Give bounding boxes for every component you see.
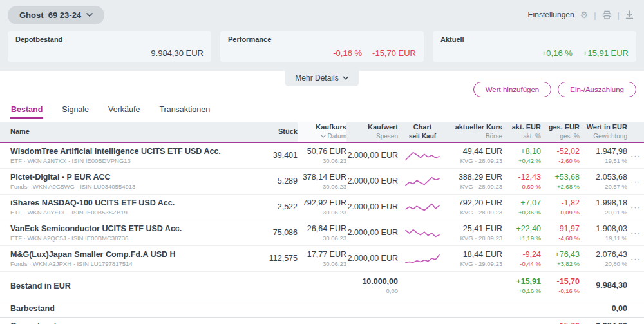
akt-pct-value: +1,19 % [518, 234, 541, 242]
kaufwert-value: 2.000,00 EUR [347, 202, 398, 212]
depot-card-label: Depotbestand [15, 35, 204, 43]
barbestand-row: Barbestand 0,00 [0, 300, 644, 318]
column-akt-eur[interactable]: akt. EUR akt. % [502, 122, 541, 142]
column-name[interactable]: Name [10, 127, 245, 137]
performance-card-label: Performance [228, 35, 416, 43]
ges-eur-value: +53,68 [554, 172, 580, 182]
performance-amount: -15,70 EUR [372, 48, 416, 58]
depot-value-card: Depotbestand 9.984,30 EUR [8, 31, 211, 62]
stueck-value: 5,289 [278, 176, 298, 186]
bestand-spesen: 0,00 [386, 287, 399, 295]
more-details-button[interactable]: Mehr Details [285, 71, 359, 86]
download-icon [625, 10, 634, 19]
akt-pct-value: +0,36 % [518, 208, 541, 216]
wert-value: 2.053,68 [596, 172, 627, 182]
tab-transaktionen[interactable]: Transaktionen [158, 105, 211, 119]
row-menu-button[interactable]: ··· [630, 203, 641, 211]
tab-signale[interactable]: Signale [61, 105, 90, 119]
portfolio-selector-label: Ghost_69 23-24 [19, 10, 81, 20]
akt-eur-value: +8,10 [520, 146, 541, 157]
gesamtwert-ges-eur: -15,70 [557, 321, 580, 324]
instrument-meta: ETF · WKN A0YEDL · ISIN IE00B53SZB19 [10, 208, 245, 216]
gewichtung-value: 20,80 % [605, 260, 627, 268]
akt-pct-value: -0,60 % [520, 182, 541, 191]
kauf-datum: 30.06.23 [323, 182, 346, 191]
column-ges-eur[interactable]: ges. EUR ges. % [541, 122, 580, 142]
bestand-summary-label: Bestand in EUR [10, 281, 249, 291]
wert-value: 1.947,98 [596, 146, 627, 157]
sparkline-chart[interactable] [404, 252, 440, 266]
instrument-name[interactable]: M&G(Lux)Japan Smaller Comp.Fd.A USD H [10, 249, 245, 260]
row-menu-button[interactable]: ··· [630, 151, 641, 160]
kurs-value: 25,41 EUR [463, 224, 502, 234]
table-header: Name Stück Kaufkurs Datum Kaufwert Spese… [0, 122, 644, 143]
instrument-name[interactable]: VanEck Semiconductor UCITS ETF USD Acc. [10, 224, 245, 234]
download-button[interactable] [625, 10, 634, 19]
settings-gear-button[interactable]: ⚙ [580, 10, 589, 19]
add-value-button[interactable]: Wert hinzufügen [473, 82, 552, 97]
wert-value: 2.076,43 [596, 249, 627, 260]
portfolio-selector[interactable]: Ghost_69 23-24 [8, 6, 104, 24]
ges-pct-value: +2,68 % [557, 182, 580, 191]
more-details-label: Mehr Details [295, 73, 338, 82]
kauf-datum: 30.06.23 [323, 234, 346, 242]
settings-label: Einstellungen [528, 10, 574, 19]
kurs-value: 18,44 EUR [463, 249, 502, 260]
gesamtwert-label: Gesamtwert [10, 321, 541, 324]
kaufwert-value: 2.000,00 EUR [347, 150, 398, 160]
sparkline-chart[interactable] [404, 149, 440, 163]
aktuell-card-label: Aktuell [440, 35, 629, 43]
bestand-kaufwert: 10.000,00 [362, 276, 398, 287]
ges-eur-value: -52,02 [557, 146, 580, 157]
column-kurs[interactable]: aktueller Kurs Börse [447, 122, 502, 142]
akt-eur-value: -9,24 [523, 249, 542, 260]
kaufwert-value: 2.000,00 EUR [347, 176, 398, 186]
table-row: VanEck Semiconductor UCITS ETF USD Acc. … [0, 220, 644, 246]
kurs-meta: KVG · 28.09.23 [460, 234, 502, 242]
gewichtung-value: 20,57 % [605, 182, 627, 191]
row-menu-button[interactable]: ··· [630, 229, 641, 237]
tab-verkaeufe[interactable]: Verkäufe [108, 105, 140, 119]
aktuell-amount: +15,91 EUR [583, 48, 629, 58]
kurs-meta: KVG · 28.09.23 [460, 182, 502, 191]
performance-card: Performance -0,16 % -15,70 EUR [220, 31, 424, 62]
bestand-ges-eur: -15,70 [557, 276, 580, 287]
gewichtung-value: 20,01 % [605, 208, 627, 216]
toolbar-divider: | [594, 10, 596, 20]
gesamtwert-wert: 9.984,30 [596, 321, 627, 324]
wert-value: 1.908,03 [596, 224, 627, 234]
bestand-summary-row: Bestand in EUR 10.000,000,00 +15,91+0,16… [0, 272, 644, 300]
sparkline-chart[interactable] [404, 175, 440, 189]
table-row: iShares NASDAQ-100 UCITS ETF USD Acc. ET… [0, 195, 644, 220]
sparkline-chart[interactable] [404, 200, 440, 214]
instrument-name[interactable]: WisdomTree Artificial Intelligence UCITS… [10, 146, 245, 157]
row-menu-button[interactable]: ··· [630, 177, 641, 186]
column-wert[interactable]: Wert in EUR Gewichtung [580, 122, 627, 142]
gear-icon: ⚙ [580, 10, 589, 19]
column-kaufkurs[interactable]: Kaufkurs Datum [298, 122, 346, 142]
payment-button[interactable]: Ein-/Auszahlung [558, 82, 636, 97]
kaufkurs-value: 50,76 EUR [307, 146, 346, 157]
column-kaufwert[interactable]: Kaufwert Spesen [346, 122, 398, 142]
kaufwert-value: 2.000,00 EUR [347, 253, 398, 263]
top-summary-band: Ghost_69 23-24 Einstellungen ⚙ | | Depot… [0, 0, 644, 71]
tab-bestand[interactable]: Bestand [10, 105, 43, 119]
print-button[interactable] [602, 10, 612, 19]
instrument-name[interactable]: Pictet-Digital - P EUR ACC [10, 172, 245, 182]
instrument-name[interactable]: iShares NASDAQ-100 UCITS ETF USD Acc. [10, 198, 245, 208]
barbestand-label: Barbestand [10, 304, 580, 313]
bestand-akt-pct: +0,16 % [518, 287, 541, 295]
ges-pct-value: -2,60 % [558, 157, 580, 165]
stueck-value: 2,522 [278, 202, 298, 212]
akt-pct-value: +0,42 % [518, 157, 541, 165]
kurs-value: 49,44 EUR [463, 146, 502, 157]
stueck-value: 39,401 [273, 150, 298, 160]
stueck-value: 75,086 [273, 227, 298, 238]
row-menu-button[interactable]: ··· [630, 254, 641, 263]
column-stueck[interactable]: Stück [278, 127, 298, 137]
portfolio-page: Ghost_69 23-24 Einstellungen ⚙ | | Depot… [0, 0, 644, 324]
kaufkurs-value: 17,77 EUR [307, 249, 346, 260]
ges-eur-value: -1,82 [562, 198, 580, 208]
sparkline-chart[interactable] [404, 226, 440, 240]
gesamtwert-row: Gesamtwert -15,70 9.984,30 [0, 318, 644, 324]
